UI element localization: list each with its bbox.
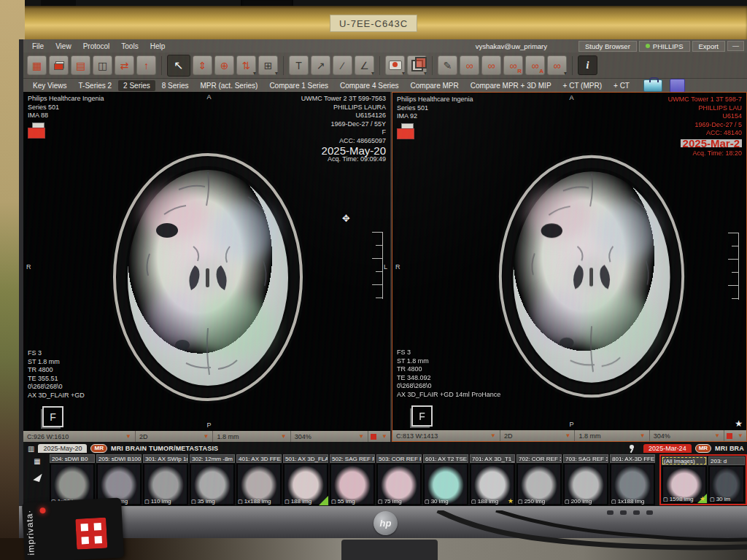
status-segment-1[interactable]: 2D▼ xyxy=(136,431,213,442)
series-thumbnail[interactable]: 503: COR REF FL ▢ 75 img ★ xyxy=(376,454,422,505)
stack-icon: ▢ xyxy=(710,497,715,502)
status-segment-3[interactable]: 304%▼ xyxy=(650,430,724,441)
import-icon[interactable]: ↑ xyxy=(136,55,156,75)
image-count: 55 img xyxy=(338,498,355,505)
tab-mpr-act-series[interactable]: MPR (act. Series) xyxy=(195,80,263,91)
pencil-icon[interactable]: ✎ xyxy=(438,55,457,75)
volume-3d-icon[interactable]: ▾ xyxy=(407,55,427,75)
sync-series-icon[interactable]: ⊕ xyxy=(214,55,234,75)
tab-compare-mpr-3d-mip[interactable]: Compare MPR + 3D MIP xyxy=(465,80,557,91)
monitor-screen: FileViewProtocolToolsHelp vyshakav@uw_pr… xyxy=(23,39,747,506)
key-image-star-icon: ★ xyxy=(508,497,514,505)
viewport-prior-study[interactable]: ★ Philips Healthcare IngeniaSeries 501IM… xyxy=(392,92,747,442)
angle-measure-icon[interactable]: ∠▾ xyxy=(355,55,374,75)
series-thumbnail[interactable]: 204: sDWI B0 ▢ 1x30 img ★ xyxy=(50,454,95,505)
tab-compare-4-series[interactable]: Compare 4 Series xyxy=(335,80,404,91)
study-browser-button[interactable]: Study Browser xyxy=(578,41,637,52)
tab-t-series-2[interactable]: T-Series 2 xyxy=(74,80,117,91)
menu-file[interactable]: File xyxy=(26,42,50,50)
badge-reader[interactable]: imprivata· xyxy=(22,497,124,560)
link-check-icon[interactable]: ∞ xyxy=(460,55,479,75)
stack-scroll-icon[interactable]: ⇕ xyxy=(193,55,212,75)
export-button[interactable]: Export xyxy=(692,41,725,52)
series-thumbnail[interactable]: (All Images) ▢ 1598 img ★ xyxy=(662,456,707,503)
link-a-icon[interactable]: ∞A xyxy=(525,55,545,75)
report-icon[interactable]: ▤ xyxy=(71,55,90,75)
mpr-layout-icon[interactable]: ⊞▾ xyxy=(258,55,278,75)
sort-stack-icon[interactable]: ⇅▾ xyxy=(236,55,256,75)
toolbar-separator xyxy=(572,56,573,75)
orientation-bottom: P xyxy=(207,421,212,429)
minimize-button[interactable]: — xyxy=(727,41,744,51)
patient-schedule-icon[interactable]: ◫ xyxy=(93,55,112,75)
menu-view[interactable]: View xyxy=(50,42,77,50)
window-layout-icon[interactable]: ▦ xyxy=(27,55,47,75)
link-indicator-icon[interactable] xyxy=(371,434,376,440)
image-count: 250 img xyxy=(525,498,545,505)
tab-compare-mpr[interactable]: Compare MPR xyxy=(406,80,464,91)
status-segment-2[interactable]: 1.8 mm▼ xyxy=(575,430,649,441)
series-label: 703: SAG REF 3l xyxy=(563,454,608,463)
menu-protocol[interactable]: Protocol xyxy=(77,42,116,50)
image-count: 75 img xyxy=(384,498,402,505)
send-study-icon[interactable]: ⇄ xyxy=(115,55,134,75)
annotation-line: ST 1.8 mm xyxy=(397,357,500,366)
layout-tab-row: Key ViewsT-Series 22 Series8 SeriesMPR (… xyxy=(23,79,747,92)
series-thumbnail[interactable]: 203: d ▢ 30 im ★ xyxy=(708,456,745,503)
scale-ruler xyxy=(366,232,383,299)
study-date: 2025-Mar-2 xyxy=(681,139,742,148)
tab-key-views[interactable]: Key Views xyxy=(28,80,72,91)
phillips-button[interactable]: PHILLIPS xyxy=(639,41,690,52)
patient-folder-icon[interactable] xyxy=(49,55,69,75)
pointer-tool-icon[interactable]: ↖ xyxy=(167,55,190,77)
grid-view-icon[interactable]: ▦ xyxy=(34,457,40,465)
image-count: 200 img xyxy=(571,498,592,505)
scroll-arrow-icon[interactable] xyxy=(33,472,42,482)
series-thumbnail[interactable]: 801: AX-3D FFE ▢ 1x188 img ★ xyxy=(610,454,655,505)
toolbox-icon[interactable] xyxy=(643,79,662,92)
text-annotation-icon[interactable]: T xyxy=(289,55,309,75)
filmstrip-icon[interactable]: ▥ xyxy=(28,445,34,453)
series-preview: ▢ 35 img ★ xyxy=(190,463,235,505)
link-indicator-icon[interactable] xyxy=(727,433,732,439)
series-folder-icon[interactable] xyxy=(397,123,419,141)
series-thumbnail[interactable]: 501: AX 3D_FLA ▢ 188 img ★ xyxy=(283,454,328,505)
link-r-icon[interactable]: ∞R xyxy=(503,55,523,75)
viewport-current-study[interactable]: ✥ Philips Healthcare IngeniaSeries 501IM… xyxy=(23,92,392,442)
favorite-star-icon[interactable]: ★ xyxy=(735,419,743,429)
arrow-annotation-icon[interactable]: ↗ xyxy=(311,55,330,75)
current-study-tab[interactable]: 2025-May-20 xyxy=(38,444,87,453)
series-preview: ▢ 1598 img ★ xyxy=(662,465,707,503)
series-thumbnail[interactable]: 302: 12mm -8m ▢ 35 img ★ xyxy=(190,454,235,505)
series-folder-icon[interactable] xyxy=(28,122,50,140)
tab-compare-1-series[interactable]: Compare 1 Series xyxy=(264,80,333,91)
word-export-icon[interactable] xyxy=(670,79,685,93)
series-thumbnail[interactable]: 301: AX SWIp 1r ▢ 110 img ★ xyxy=(143,454,188,505)
tab-8-series[interactable]: 8 Series xyxy=(157,80,194,91)
status-segment-0[interactable]: C:926 W:1610▼ xyxy=(23,431,136,442)
menu-tools[interactable]: Tools xyxy=(115,42,144,50)
series-thumbnail[interactable]: 502: SAG REF FL ▢ 55 img ★ xyxy=(330,454,375,505)
snapshot-camera-icon[interactable]: ▾ xyxy=(385,55,405,75)
link-stack-icon[interactable]: ∞ xyxy=(481,55,501,75)
series-thumbnail[interactable]: 401: AX 3D FFE ▢ 1x188 img ★ xyxy=(236,454,282,505)
tab-ct[interactable]: + CT xyxy=(608,80,635,91)
annotation-line: 0\268\268\0 xyxy=(397,382,500,391)
ruler-icon[interactable]: ∕ xyxy=(333,55,352,75)
pin-icon[interactable] xyxy=(628,445,635,452)
series-thumbnail[interactable]: 601: AX T2 TSE ▢ 30 img ★ xyxy=(423,454,468,505)
status-segment-3[interactable]: 304%▼ xyxy=(291,431,368,442)
series-thumbnail[interactable]: 702: COR REF 3l ▢ 250 img ★ xyxy=(516,454,562,505)
series-thumbnail[interactable]: 703: SAG REF 3l ▢ 200 img ★ xyxy=(563,454,608,505)
prior-study-tab[interactable]: 2025-Mar-24 xyxy=(643,444,692,453)
stack-icon: ▢ xyxy=(285,499,290,505)
status-segment-0[interactable]: C:813 W:1413▼ xyxy=(392,430,500,441)
series-thumbnail[interactable]: 701: AX 3D_T1_1 ▢ 188 img ★ xyxy=(470,454,515,505)
tab-ct-mpr[interactable]: + CT (MPR) xyxy=(558,80,607,91)
tab-2-series[interactable]: 2 Series xyxy=(118,80,155,91)
status-segment-2[interactable]: 1.8 mm▼ xyxy=(213,431,290,442)
menu-help[interactable]: Help xyxy=(144,42,171,50)
status-segment-1[interactable]: 2D▼ xyxy=(500,430,575,441)
link-break-icon[interactable]: ∞▾ xyxy=(547,55,567,75)
info-icon[interactable]: i xyxy=(578,55,597,75)
